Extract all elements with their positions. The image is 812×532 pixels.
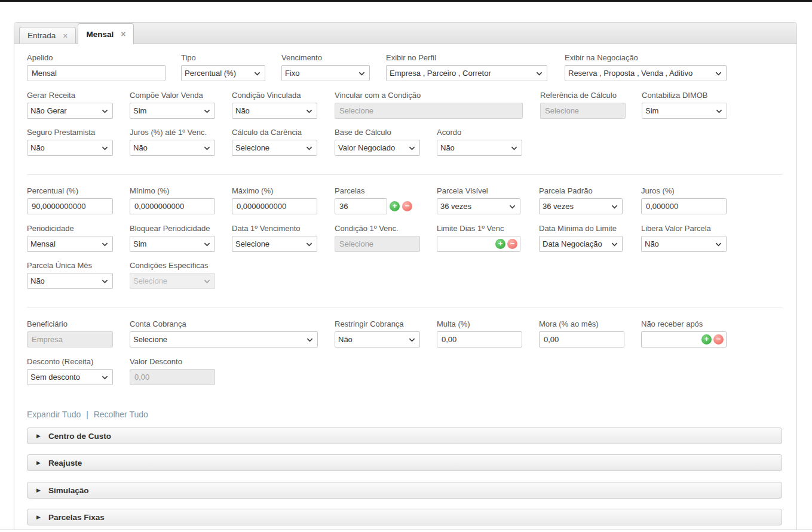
chevron-right-icon: ▶ xyxy=(36,433,41,439)
mora-field: Mora (% ao mês) xyxy=(539,319,624,348)
base-calculo-select[interactable]: Valor Negociado xyxy=(335,140,420,156)
condicao-vinculada-select[interactable]: Não xyxy=(232,103,317,119)
chevron-right-icon: ▶ xyxy=(36,460,41,466)
parcela-padrao-select[interactable]: 36 vezes xyxy=(539,198,623,214)
minus-icon[interactable]: − xyxy=(507,239,517,249)
nao-receber-apos-label: Não receber após xyxy=(641,319,727,328)
parcela-unica-mes-select[interactable]: Não xyxy=(27,273,113,289)
exibir-negociacao-select[interactable]: Reserva , Proposta , Venda , Aditivo xyxy=(565,65,727,81)
data-1-vencimento-select[interactable]: Selecione xyxy=(232,236,317,252)
minimo-label: Mínimo (%) xyxy=(130,186,215,195)
close-icon[interactable]: × xyxy=(121,30,125,38)
libera-valor-parcela-label: Libera Valor Parcela xyxy=(641,224,727,233)
maximo-input[interactable] xyxy=(232,198,317,214)
conta-cobranca-field: Conta Cobrança Selecione xyxy=(130,319,318,348)
mora-input[interactable] xyxy=(539,331,624,348)
percentual-field: Percentual (%) xyxy=(27,186,113,214)
periodicidade-field: Periodicidade Mensal xyxy=(27,224,113,252)
chevron-right-icon: ▶ xyxy=(36,514,41,520)
restringir-cobranca-select[interactable]: Não xyxy=(335,331,420,348)
section-divider xyxy=(27,307,782,307)
accordion-reajuste[interactable]: ▶ Reajuste xyxy=(27,454,782,471)
accordion-parcelas-fixas[interactable]: ▶ Parcelas Fixas xyxy=(27,509,782,525)
accordion-centro-de-custo[interactable]: ▶ Centro de Custo xyxy=(27,428,782,444)
periodicidade-label: Periodicidade xyxy=(27,224,113,233)
bloquear-periodicidade-select[interactable]: Sim xyxy=(130,236,215,252)
juros-field: Juros (%) xyxy=(641,186,727,214)
parcelas-input[interactable] xyxy=(335,198,387,214)
base-calculo-label: Base de Cálculo xyxy=(335,128,420,137)
condicao-vinculada-field: Condição Vinculada Não xyxy=(232,91,317,119)
minus-icon[interactable]: − xyxy=(713,334,724,345)
tab-entrada[interactable]: Entrada × xyxy=(19,27,76,44)
exibir-perfil-select[interactable]: Empresa , Parceiro , Corretor xyxy=(386,65,547,81)
exibir-perfil-label: Exibir no Perfil xyxy=(386,53,547,62)
compoe-valor-venda-select[interactable]: Sim xyxy=(130,103,215,119)
restringir-cobranca-label: Restringir Cobrança xyxy=(335,319,420,328)
recolher-tudo-link[interactable]: Recolher Tudo xyxy=(94,410,148,419)
expandir-tudo-link[interactable]: Expandir Tudo xyxy=(27,410,81,419)
condicoes-especificas-field: Condições Específicas Selecione xyxy=(130,261,215,289)
limite-dias-label: Limite Dias 1º Venc xyxy=(437,224,520,233)
calculo-carencia-select[interactable]: Selecione xyxy=(232,140,317,156)
juros-input[interactable] xyxy=(641,198,727,214)
contabiliza-dimob-select[interactable]: Sim xyxy=(642,103,727,119)
calculo-carencia-label: Cálculo da Carência xyxy=(232,128,317,137)
conta-cobranca-label: Conta Cobrança xyxy=(130,319,318,328)
minus-icon[interactable]: − xyxy=(402,201,412,211)
parcela-visivel-field: Parcela Visível 36 vezes xyxy=(437,186,520,214)
accordion-label: Simulação xyxy=(48,486,89,495)
parcelas-field: Parcelas + − xyxy=(335,186,430,214)
tipo-label: Tipo xyxy=(181,53,265,62)
multa-input[interactable] xyxy=(437,331,522,348)
compoe-valor-venda-label: Compõe Valor Venda xyxy=(130,91,215,100)
juros-ate-venc-select[interactable]: Não xyxy=(130,140,215,156)
plus-icon[interactable]: + xyxy=(701,334,712,345)
plus-icon[interactable]: + xyxy=(390,201,400,211)
beneficiario-input xyxy=(27,331,113,348)
exibir-perfil-field: Exibir no Perfil Empresa , Parceiro , Co… xyxy=(386,53,547,81)
accordion-simulacao[interactable]: ▶ Simulação xyxy=(27,482,782,499)
limite-dias-input[interactable] xyxy=(440,237,494,251)
close-icon[interactable]: × xyxy=(63,32,68,40)
libera-valor-parcela-select[interactable]: Não xyxy=(641,236,727,252)
chevron-right-icon: ▶ xyxy=(36,487,41,493)
accordion-label: Reajuste xyxy=(48,459,82,468)
gerar-receita-label: Gerar Receita xyxy=(27,91,113,100)
condicoes-especificas-label: Condições Específicas xyxy=(130,261,215,270)
valor-desconto-field: Valor Desconto xyxy=(130,357,215,385)
tipo-select[interactable]: Percentual (%) xyxy=(181,65,265,81)
vencimento-label: Vencimento xyxy=(281,53,370,62)
gerar-receita-field: Gerar Receita Não Gerar xyxy=(27,91,113,119)
gerar-receita-select[interactable]: Não Gerar xyxy=(27,103,113,119)
vincular-condicao-input xyxy=(335,103,523,119)
data-minima-limite-select[interactable]: Data Negociação xyxy=(539,236,623,252)
minimo-input[interactable] xyxy=(130,198,215,214)
condicoes-especificas-select: Selecione xyxy=(130,273,215,289)
parcela-padrao-field: Parcela Padrão 36 vezes xyxy=(539,186,623,214)
link-separator: | xyxy=(86,410,88,419)
conta-cobranca-select[interactable]: Selecione xyxy=(130,331,318,348)
vencimento-field: Vencimento Fixo xyxy=(281,53,370,81)
accordion-label: Parcelas Fixas xyxy=(48,513,105,522)
seguro-prestamista-select[interactable]: Não xyxy=(27,140,113,156)
acordo-select[interactable]: Não xyxy=(437,140,522,156)
plus-icon[interactable]: + xyxy=(495,239,505,249)
compoe-valor-venda-field: Compõe Valor Venda Sim xyxy=(130,91,215,119)
periodicidade-select[interactable]: Mensal xyxy=(27,236,113,252)
parcela-visivel-select[interactable]: 36 vezes xyxy=(437,198,520,214)
contabiliza-dimob-label: Contabiliza DIMOB xyxy=(642,91,727,100)
nao-receber-apos-input[interactable] xyxy=(644,333,700,346)
data-minima-limite-field: Data Mínima do Limite Data Negociação xyxy=(539,224,623,252)
juros-ate-venc-field: Juros (%) até 1º Venc. Não xyxy=(130,128,215,156)
referencia-calculo-field: Referência de Cálculo xyxy=(540,91,626,119)
parcela-unica-mes-label: Parcela Única Mês xyxy=(27,261,113,270)
vencimento-select[interactable]: Fixo xyxy=(281,65,370,81)
vincular-condicao-field: Vincular com a Condição xyxy=(335,91,523,119)
apelido-input[interactable] xyxy=(27,65,166,81)
percentual-input[interactable] xyxy=(27,198,113,214)
tab-panel-container: Entrada × Mensal × Apelido Tipo Percentu… xyxy=(14,22,797,530)
desconto-receita-select[interactable]: Sem desconto xyxy=(27,369,113,385)
tab-mensal[interactable]: Mensal × xyxy=(78,23,134,44)
valor-desconto-label: Valor Desconto xyxy=(130,357,215,366)
